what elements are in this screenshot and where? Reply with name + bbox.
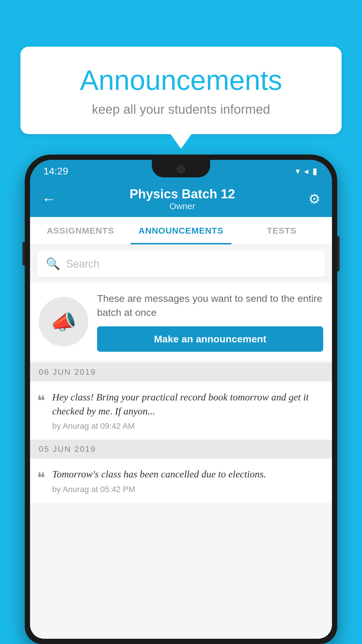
search-icon: 🔍 bbox=[46, 257, 60, 271]
power-button-right bbox=[337, 236, 340, 271]
content-area: 🔍 Search 📣 These are messages you want t… bbox=[30, 251, 332, 503]
announcement-meta-1: by Anurag at 09:42 AM bbox=[52, 421, 323, 431]
announcement-content-2: Tomorrow's class has been cancelled due … bbox=[52, 467, 323, 494]
announcement-item-2[interactable]: ❝ Tomorrow's class has been cancelled du… bbox=[30, 459, 332, 503]
header-subtitle: Owner bbox=[130, 201, 235, 211]
tab-announcements[interactable]: ANNOUNCEMENTS bbox=[131, 217, 231, 244]
status-icons: ▾ ◂ ▮ bbox=[296, 166, 317, 176]
promo-description: These are messages you want to send to t… bbox=[97, 292, 323, 319]
status-time: 14:29 bbox=[43, 165, 68, 177]
phone-screen: 14:29 ▾ ◂ ▮ ← Physics Batch 12 Owner ⚙ A… bbox=[30, 160, 332, 639]
announcement-text-1: Hey class! Bring your practical record b… bbox=[52, 390, 323, 418]
date-separator-1: 06 JUN 2019 bbox=[30, 363, 332, 382]
front-camera bbox=[177, 165, 185, 173]
announcement-text-2: Tomorrow's class has been cancelled due … bbox=[52, 467, 323, 481]
announcement-meta-2: by Anurag at 05:42 PM bbox=[52, 485, 323, 494]
promo-icon-circle: 📣 bbox=[39, 297, 88, 346]
speech-bubble-card: Announcements keep all your students inf… bbox=[20, 47, 342, 134]
settings-button[interactable]: ⚙ bbox=[308, 191, 320, 207]
search-placeholder: Search bbox=[66, 258, 99, 270]
battery-icon: ▮ bbox=[312, 166, 317, 176]
announcement-promo: 📣 These are messages you want to send to… bbox=[30, 283, 332, 360]
speech-bubble-section: Announcements keep all your students inf… bbox=[20, 47, 342, 149]
promo-right: These are messages you want to send to t… bbox=[97, 292, 323, 352]
megaphone-icon: 📣 bbox=[50, 309, 77, 334]
signal-icon: ◂ bbox=[304, 166, 308, 176]
tab-tests[interactable]: TESTS bbox=[231, 217, 332, 244]
quote-icon-2: ❝ bbox=[37, 469, 45, 487]
bubble-title: Announcements bbox=[44, 64, 318, 96]
volume-button-left bbox=[22, 242, 25, 265]
notch bbox=[152, 160, 210, 177]
announcement-item-1[interactable]: ❝ Hey class! Bring your practical record… bbox=[30, 382, 332, 440]
bubble-tail bbox=[171, 134, 191, 149]
app-header: ← Physics Batch 12 Owner ⚙ bbox=[30, 180, 332, 217]
make-announcement-button[interactable]: Make an announcement bbox=[97, 326, 323, 352]
tab-assignments[interactable]: ASSIGNMENTS bbox=[30, 217, 131, 244]
header-center: Physics Batch 12 Owner bbox=[130, 187, 235, 211]
back-button[interactable]: ← bbox=[42, 190, 56, 207]
phone-frame: 14:29 ▾ ◂ ▮ ← Physics Batch 12 Owner ⚙ A… bbox=[25, 155, 337, 644]
bubble-subtitle: keep all your students informed bbox=[44, 102, 318, 117]
wifi-icon: ▾ bbox=[296, 166, 300, 176]
header-title: Physics Batch 12 bbox=[130, 187, 235, 201]
announcement-content-1: Hey class! Bring your practical record b… bbox=[52, 390, 323, 431]
date-separator-2: 05 JUN 2019 bbox=[30, 440, 332, 459]
search-bar[interactable]: 🔍 Search bbox=[37, 251, 325, 277]
quote-icon-1: ❝ bbox=[37, 392, 45, 410]
tabs-container: ASSIGNMENTS ANNOUNCEMENTS TESTS bbox=[30, 217, 332, 245]
